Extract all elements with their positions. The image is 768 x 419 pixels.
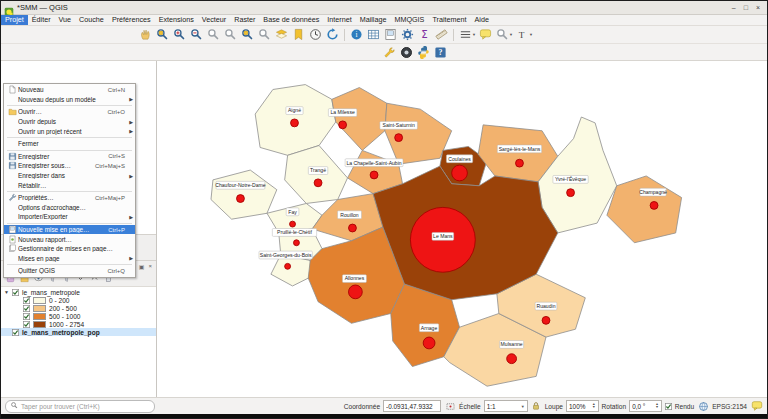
population-circle-rouillon[interactable] <box>349 224 357 232</box>
zoom-out-icon[interactable] <box>188 27 205 42</box>
population-circle-ruaudin[interactable] <box>542 316 550 324</box>
magnifier-field[interactable]: ▲▼ <box>566 400 599 412</box>
maximize-button[interactable]: □ <box>744 2 748 13</box>
legend-class-row[interactable]: 200 - 500 <box>1 304 156 312</box>
population-circle-sarg-l-s-le-mans[interactable] <box>516 159 524 167</box>
lock-icon[interactable] <box>531 399 542 414</box>
layout-icon[interactable] <box>382 27 399 42</box>
temporal-controller-icon[interactable] <box>307 27 324 42</box>
map-canvas[interactable]: AignéLa MilesseSaint-SaturninLa Chapelle… <box>157 61 767 397</box>
menu-item-nouveau-rapport[interactable]: Nouveau rapport… <box>4 234 135 244</box>
dock-float-icon[interactable]: ▣ <box>139 263 145 270</box>
map-tips-icon[interactable] <box>477 27 494 42</box>
population-circle-mulsanne[interactable] <box>507 354 517 364</box>
globe-icon[interactable] <box>697 399 709 414</box>
expander-icon[interactable]: ▼ <box>4 289 9 295</box>
plugin-wrench-icon[interactable] <box>381 45 398 60</box>
menu-item-ouvrir[interactable]: Ouvrir…Ctrl+O <box>4 107 135 117</box>
population-circle-saint-georges-du-bois[interactable] <box>285 263 291 269</box>
menu-item-nouveau[interactable]: NouveauCtrl+N <box>4 85 135 95</box>
menu-item-fermer[interactable]: Fermer <box>4 139 135 149</box>
zoom-in-icon[interactable] <box>171 27 188 42</box>
menu-raster[interactable]: Raster <box>230 15 259 25</box>
menu-projet[interactable]: Projet <box>1 15 28 25</box>
zoom-to-layer-icon[interactable] <box>239 27 256 42</box>
population-circle-coulaines[interactable] <box>452 165 468 181</box>
status-search-box[interactable]: Taper pour trouver (Ctrl+K) <box>5 400 155 413</box>
menu-item-nouvelle-mise-en-page[interactable]: Nouvelle mise en page…Ctrl+P <box>4 225 135 235</box>
osm-plugin-icon[interactable] <box>398 45 415 60</box>
menu-item-propri-t-s[interactable]: Propriétés…Ctrl+Maj+P <box>4 193 135 203</box>
menu-item-importer-exporter[interactable]: Importer/Exporter▶ <box>4 212 135 222</box>
zoom-full-icon[interactable] <box>154 27 171 42</box>
python-console-icon[interactable] <box>415 45 432 60</box>
menu-item-r-tablir[interactable]: Rétablir… <box>4 180 135 190</box>
menu-item-enregistrer[interactable]: EnregistrerCtrl+S <box>4 152 135 162</box>
population-circle-trang-[interactable] <box>314 179 322 187</box>
commune-polygon-yvr-l-v-que[interactable] <box>538 117 617 233</box>
menu-item-enregistrer-dans[interactable]: Enregistrer dans▶ <box>4 171 135 181</box>
population-circle-allonnes[interactable] <box>349 285 363 299</box>
dock-close-icon[interactable]: × <box>148 263 152 270</box>
legend-class-row[interactable]: 0 - 200 <box>1 296 156 304</box>
population-circle-fay[interactable] <box>290 221 296 227</box>
attribute-table-icon[interactable] <box>365 27 382 42</box>
layer-group-row[interactable]: ▼ le_mans_metropole <box>1 288 156 296</box>
menu-internet[interactable]: Internet <box>323 15 355 25</box>
help-icon[interactable]: ? <box>432 45 449 60</box>
menu-item-ouvrir-depuis[interactable]: Ouvrir depuis▶ <box>4 117 135 127</box>
menu--diter[interactable]: Éditer <box>28 15 55 25</box>
measure-icon[interactable] <box>433 27 450 42</box>
bookmark-icon[interactable] <box>290 27 307 42</box>
commune-polygon-champagn-[interactable] <box>607 176 682 243</box>
menu-maillage[interactable]: Maillage <box>356 15 391 25</box>
options-gear-icon[interactable] <box>399 27 416 42</box>
population-circle-champagn-[interactable] <box>650 201 658 209</box>
zoom-next-icon[interactable] <box>222 27 239 42</box>
layer-row-selected[interactable]: le_mans_metropole_pop <box>1 328 156 336</box>
class-checkbox[interactable] <box>23 297 30 304</box>
menu-item-quitter-qgis[interactable]: Quitter QGISCtrl+Q <box>4 266 135 276</box>
minimize-button[interactable]: – <box>732 2 736 13</box>
layer-checkbox[interactable] <box>12 289 19 296</box>
new-map-view-icon[interactable] <box>273 27 290 42</box>
menu-mmqgis[interactable]: MMQGIS <box>390 15 428 25</box>
extent-icon[interactable] <box>444 399 456 414</box>
menu-couche[interactable]: Couche <box>75 15 108 25</box>
legend-class-row[interactable]: 500 - 1000 <box>1 312 156 320</box>
menu-vue[interactable]: Vue <box>55 15 76 25</box>
menu-item-options-d-accrochage[interactable]: Options d'accrochage… <box>4 203 135 213</box>
menu-base-de-donn-es[interactable]: Base de données <box>259 15 323 25</box>
identify-icon[interactable]: i <box>348 27 365 42</box>
class-checkbox[interactable] <box>23 313 30 320</box>
crs-badge[interactable]: EPSG:2154 <box>712 403 747 410</box>
commune-polygon-chaufour-notre-dame[interactable] <box>211 170 277 219</box>
legend-class-row[interactable]: 1000 - 2754 <box>1 320 156 328</box>
population-circle-la-milesse[interactable] <box>339 121 347 129</box>
zoom-last-icon[interactable] <box>205 27 222 42</box>
zoom-to-selection-icon[interactable] <box>256 27 273 42</box>
menu-item-mises-en-page[interactable]: Mises en page▶ <box>4 254 135 264</box>
population-circle-pruill-le-ch-tif[interactable] <box>294 240 300 246</box>
render-checkbox[interactable] <box>665 403 672 410</box>
rotation-field[interactable]: ▲▼ <box>629 400 662 412</box>
menu-vecteur[interactable]: Vecteur <box>198 15 230 25</box>
menu-extensions[interactable]: Extensions <box>155 15 198 25</box>
population-circle-arnage[interactable] <box>423 337 435 349</box>
population-circle-yvr-l-v-que[interactable] <box>567 189 575 197</box>
menu-item-nouveau-depuis-un-mod-le[interactable]: Nouveau depuis un modèle▶ <box>4 95 135 105</box>
menu-traitement[interactable]: Traitement <box>428 15 470 25</box>
commune-polygon-la-milesse[interactable] <box>332 88 387 151</box>
refresh-icon[interactable] <box>324 27 341 42</box>
menu-item-enregistrer-sous[interactable]: Enregistrer sous…Ctrl+Maj+S <box>4 161 135 171</box>
messages-balloon-icon[interactable] <box>750 399 763 414</box>
layer-checkbox[interactable] <box>12 329 19 336</box>
dropdown-arrow-icon[interactable]: ▼ <box>472 32 476 37</box>
menu-item-ouvrir-un-projet-r-cent[interactable]: Ouvrir un projet récent▶ <box>4 126 135 136</box>
population-circle-saint-saturnin[interactable] <box>395 134 403 142</box>
population-circle-la-chapelle-saint-aubin[interactable] <box>370 171 378 179</box>
dropdown-arrow-icon[interactable]: ▼ <box>509 32 513 37</box>
population-circle-aign-[interactable] <box>291 119 299 127</box>
class-checkbox[interactable] <box>23 305 30 312</box>
commune-polygon-saint-georges-du-bois[interactable] <box>271 255 312 286</box>
